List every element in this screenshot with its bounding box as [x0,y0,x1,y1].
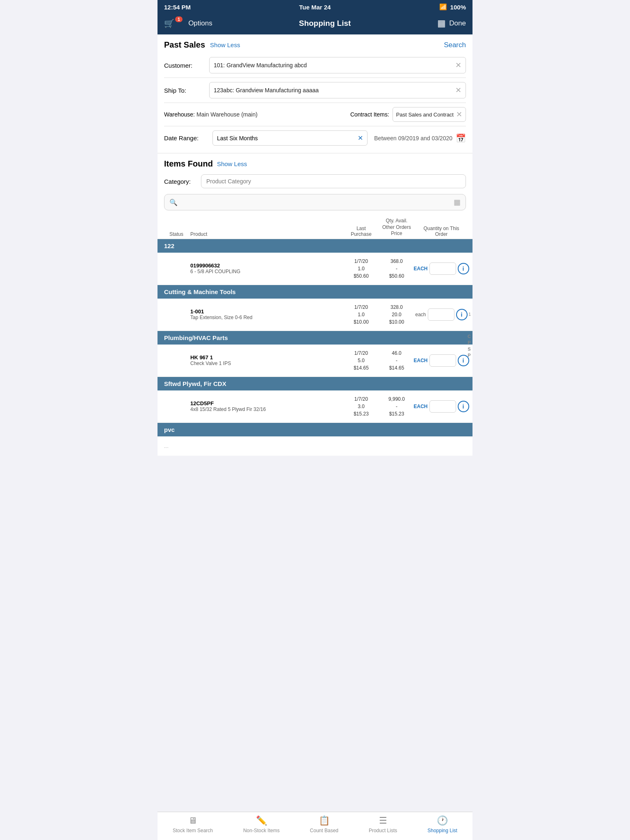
product-info: 1-001 Tap Extension, Size 0-6 Red [190,308,344,320]
daterange-row: Date Range: Last Six Months ✕ Between 09… [164,126,466,150]
product-row: 12CD5PF 4x8 15/32 Rated 5 Plywd Fir 32/1… [158,390,472,423]
group-122: 122 0199906632 6 - 5/8 API COUPLING 1/7/… [158,239,472,285]
product-last-purchase: 1/7/20 1.0 $50.60 [346,258,377,280]
pvc-partial: ... [158,436,472,456]
contract-field[interactable]: Past Sales and Contract ✕ [393,107,466,122]
status-date: Tue Mar 24 [299,4,331,11]
product-last-purchase: 1/7/20 5.0 $14.65 [346,349,377,372]
past-sales-header: Past Sales Show Less Search [158,34,472,53]
product-id: 1-001 [190,308,344,315]
product-id: 12CD5PF [190,400,344,406]
customer-label: Customer: [164,62,209,69]
category-label: Category: [164,178,197,185]
past-sales-form: Customer: 101: GrandView Manufacturing a… [158,53,472,153]
past-sales-title: Past Sales [164,40,205,50]
info-button[interactable]: i [458,263,469,274]
contract-half: Contract Items: Past Sales and Contract … [317,107,466,122]
group-header-sftwd: Sftwd Plywd, Fir CDX [158,377,472,390]
group-header-pvc: pvc [158,423,472,436]
side-letters-plumbing: C P S P [468,333,471,359]
product-name: 4x8 15/32 Rated 5 Plywd Fir 32/16 [190,406,344,412]
col-header-price: Price [378,231,415,237]
status-icons: 📶 100% [439,3,466,11]
done-label: Done [449,19,466,27]
warehouse-contract-row: Warehouse: Main Warehouse (main) Contrac… [164,103,466,126]
warehouse-value: Main Warehouse (main) [196,111,258,118]
group-plumbing: Plumbing/HVAC Parts C P S P HK 967 1 Che… [158,331,472,377]
items-found-header: Items Found Show Less [158,153,472,172]
qty-input[interactable] [428,308,454,321]
nav-options[interactable]: 🛒 1 Options [164,18,212,28]
warehouse-label: Warehouse: [164,111,195,118]
unit-label: each [415,312,426,317]
unit-label: EACH [414,358,428,363]
battery-text: 100% [450,4,466,11]
shipto-label: Ship To: [164,87,209,94]
cart-icon: 🛒 [164,18,174,28]
daterange-value: Last Six Months [217,135,258,142]
contract-label: Contract Items: [350,111,389,118]
barcode-scan-icon[interactable]: ▦ [454,198,461,207]
nav-bar: 🛒 1 Options Shopping List ▦ Done [158,14,472,34]
product-row: 0199906632 6 - 5/8 API COUPLING 1/7/20 1… [158,253,472,285]
product-name: 6 - 5/8 API COUPLING [190,269,344,274]
status-time: 12:54 PM [164,4,191,11]
col-header-qty: Qty. Avail. Other Orders Price [378,218,415,237]
daterange-clear[interactable]: ✕ [358,134,363,142]
customer-row: Customer: 101: GrandView Manufacturing a… [164,53,466,78]
col-header-product: Product [190,231,344,237]
qty-input[interactable] [429,400,456,413]
wifi-icon: 📶 [439,3,447,11]
product-qty: 9,990.0 - $15.23 [378,395,415,418]
product-order-qty: EACH i [417,262,466,275]
barcode-icon: ▦ [437,18,446,29]
unit-label: EACH [414,266,428,272]
nav-done[interactable]: ▦ Done [437,18,466,29]
side-letters: 1 [468,311,471,317]
search-icon: 🔍 [169,199,178,206]
group-pvc: pvc ... [158,423,472,456]
product-id: 0199906632 [190,262,344,269]
shipto-clear[interactable]: ✕ [455,86,461,95]
info-button[interactable]: i [458,401,469,412]
product-row: HK 967 1 Check Valve 1 IPS 1/7/20 5.0 $1… [158,345,472,377]
product-name: Tap Extension, Size 0-6 Red [190,315,344,320]
daterange-field[interactable]: Last Six Months ✕ [212,130,368,146]
group-header-plumbing: Plumbing/HVAC Parts C P S P [158,331,472,345]
warehouse-half: Warehouse: Main Warehouse (main) [164,111,313,118]
table-header: Status Product Last Purchase Qty. Avail.… [158,215,472,239]
items-found-show-less[interactable]: Show Less [217,160,247,167]
nav-title: Shopping List [299,19,351,28]
product-order-qty: each i [417,308,466,321]
items-found-title: Items Found [164,159,213,169]
product-info: 12CD5PF 4x8 15/32 Rated 5 Plywd Fir 32/1… [190,400,344,412]
contract-clear[interactable]: ✕ [456,110,462,119]
between-text: Between 09/2019 and 03/2020 [374,135,452,142]
group-sftwd: Sftwd Plywd, Fir CDX 12CD5PF 4x8 15/32 R… [158,377,472,423]
main-content: Past Sales Show Less Search Customer: 10… [158,34,472,456]
item-search-bar[interactable]: 🔍 ▦ [164,194,466,210]
col-header-last-purchase: Last Purchase [346,226,377,237]
category-row: Category: [158,172,472,192]
qty-input[interactable] [429,262,456,275]
customer-field[interactable]: 101: GrandView Manufacturing abcd ✕ [209,57,466,73]
customer-clear[interactable]: ✕ [455,61,461,70]
qty-input[interactable] [429,354,456,367]
product-info: HK 967 1 Check Valve 1 IPS [190,354,344,366]
group-cutting: Cutting & Machine Tools 1-001 Tap Extens… [158,285,472,331]
product-order-qty: EACH i [417,354,466,367]
contract-value: Past Sales and Contract [396,112,454,118]
shipto-value: 123abc: Grandview Manufacturing aaaaa [214,87,319,94]
product-qty: 46.0 - $14.65 [378,349,415,372]
product-qty: 328.0 20.0 $10.00 [378,304,415,326]
info-button[interactable]: i [456,309,468,320]
category-input[interactable] [201,174,466,188]
cart-badge: 1 [175,16,183,22]
calendar-icon[interactable]: 📅 [456,133,466,143]
product-info: 0199906632 6 - 5/8 API COUPLING [190,262,344,274]
search-button[interactable]: Search [444,41,466,49]
shipto-field[interactable]: 123abc: Grandview Manufacturing aaaaa ✕ [209,82,466,98]
product-order-qty: EACH i [417,400,466,413]
past-sales-show-less[interactable]: Show Less [210,41,240,48]
unit-label: EACH [414,404,428,409]
